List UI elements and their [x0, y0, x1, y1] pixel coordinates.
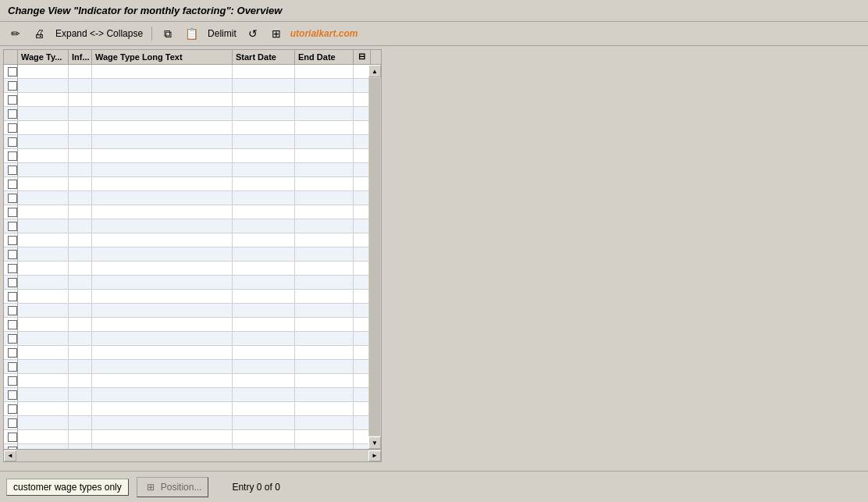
scroll-thumb[interactable]	[369, 78, 380, 436]
cell-enddate	[295, 191, 354, 205]
row-checkbox[interactable]	[4, 163, 18, 176]
table-row[interactable]	[4, 177, 381, 191]
cell-wagety	[18, 416, 69, 429]
vertical-scrollbar[interactable]: ▲ ▼	[368, 65, 381, 449]
scroll-down-arrow[interactable]: ▼	[368, 436, 381, 449]
cell-startdate	[233, 290, 295, 303]
position-button[interactable]: ⊞ Position...	[137, 477, 209, 497]
table-row[interactable]	[4, 163, 381, 177]
table-row[interactable]	[4, 262, 381, 276]
table-row[interactable]	[4, 219, 381, 233]
cell-wagety	[18, 219, 69, 233]
cell-inf	[69, 276, 92, 289]
table-row[interactable]	[4, 304, 381, 318]
row-checkbox[interactable]	[4, 149, 18, 162]
row-checkbox[interactable]	[4, 135, 18, 148]
row-checkbox[interactable]	[4, 93, 18, 106]
row-checkbox[interactable]	[4, 191, 18, 205]
cell-startdate	[233, 444, 295, 449]
row-checkbox[interactable]	[4, 304, 18, 317]
row-checkbox[interactable]	[4, 416, 18, 429]
copy-icon-button[interactable]: 🖨	[30, 25, 48, 42]
main-content: Wage Ty... Inf... Wage Type Long Text St…	[0, 46, 868, 465]
cell-startdate	[233, 262, 295, 275]
pen-icon: ✏	[9, 27, 23, 41]
cell-wagety	[18, 205, 69, 219]
row-checkbox[interactable]	[4, 107, 18, 120]
row-checkbox[interactable]	[4, 388, 18, 401]
row-checkbox[interactable]	[4, 262, 18, 275]
table-row[interactable]	[4, 332, 381, 346]
table-row[interactable]	[4, 402, 381, 416]
col-header-startdate[interactable]: Start Date	[233, 50, 295, 64]
table-row[interactable]	[4, 65, 381, 79]
table-row[interactable]	[4, 374, 381, 388]
row-checkbox[interactable]	[4, 332, 18, 345]
customer-wage-types-button[interactable]: customer wage types only	[6, 479, 129, 496]
table-row[interactable]	[4, 416, 381, 430]
cell-inf	[69, 388, 92, 401]
table-row[interactable]	[4, 93, 381, 107]
table-row[interactable]	[4, 388, 381, 402]
row-checkbox[interactable]	[4, 360, 18, 373]
table-row[interactable]	[4, 247, 381, 262]
row-checkbox[interactable]	[4, 402, 18, 415]
row-checkbox[interactable]	[4, 346, 18, 359]
row-checkbox[interactable]	[4, 121, 18, 134]
table-row[interactable]	[4, 121, 381, 135]
row-checkbox[interactable]	[4, 444, 18, 449]
scroll-right-arrow[interactable]: ►	[368, 450, 381, 461]
col-header-inf[interactable]: Inf...	[69, 50, 92, 64]
table-row[interactable]	[4, 233, 381, 247]
row-checkbox[interactable]	[4, 430, 18, 443]
table-row[interactable]	[4, 346, 381, 360]
row-checkbox[interactable]	[4, 318, 18, 331]
table-row[interactable]	[4, 79, 381, 93]
cell-longtext	[92, 318, 233, 331]
cell-startdate	[233, 135, 295, 148]
col-header-longtext[interactable]: Wage Type Long Text	[92, 50, 233, 64]
col-header-enddate[interactable]: End Date	[295, 50, 354, 64]
cell-enddate	[295, 135, 354, 148]
cell-longtext	[92, 402, 233, 415]
row-checkbox[interactable]	[4, 247, 18, 261]
table-row[interactable]	[4, 444, 381, 449]
col-header-wagety[interactable]: Wage Ty...	[18, 50, 69, 64]
table-row[interactable]	[4, 290, 381, 304]
row-checkbox[interactable]	[4, 276, 18, 289]
row-checkbox[interactable]	[4, 219, 18, 233]
refresh-button[interactable]: ↺	[244, 25, 262, 42]
table-row[interactable]	[4, 191, 381, 205]
cell-longtext	[92, 177, 233, 190]
cell-longtext	[92, 360, 233, 373]
table-row[interactable]	[4, 360, 381, 374]
table-row[interactable]	[4, 149, 381, 163]
table-row[interactable]	[4, 107, 381, 121]
delimit-button[interactable]: Delimit	[205, 27, 239, 41]
row-checkbox[interactable]	[4, 233, 18, 247]
cell-enddate	[295, 304, 354, 317]
row-checkbox[interactable]	[4, 374, 18, 387]
row-checkbox[interactable]	[4, 79, 18, 92]
row-checkbox[interactable]	[4, 205, 18, 219]
horizontal-scrollbar[interactable]: ◄ ►	[4, 449, 381, 461]
table-row[interactable]	[4, 276, 381, 290]
data-table: Wage Ty... Inf... Wage Type Long Text St…	[3, 49, 382, 462]
pen-button[interactable]: ✏	[6, 25, 25, 42]
table-row[interactable]	[4, 135, 381, 149]
table-row[interactable]	[4, 205, 381, 219]
table-row[interactable]	[4, 430, 381, 444]
row-checkbox[interactable]	[4, 290, 18, 303]
scroll-up-arrow[interactable]: ▲	[368, 65, 381, 77]
cell-startdate	[233, 388, 295, 401]
copy-button[interactable]: ⧉	[158, 25, 177, 42]
col-header-settings[interactable]: ⊟	[354, 50, 371, 64]
expand-collapse-button[interactable]: Expand <-> Collapse	[53, 27, 145, 41]
cell-startdate	[233, 121, 295, 134]
row-checkbox[interactable]	[4, 177, 18, 190]
scroll-left-arrow[interactable]: ◄	[4, 450, 16, 461]
paste-button[interactable]: 📋	[182, 25, 201, 42]
row-checkbox[interactable]	[4, 65, 18, 78]
table-config-button[interactable]: ⊞	[267, 25, 286, 42]
table-row[interactable]	[4, 318, 381, 332]
